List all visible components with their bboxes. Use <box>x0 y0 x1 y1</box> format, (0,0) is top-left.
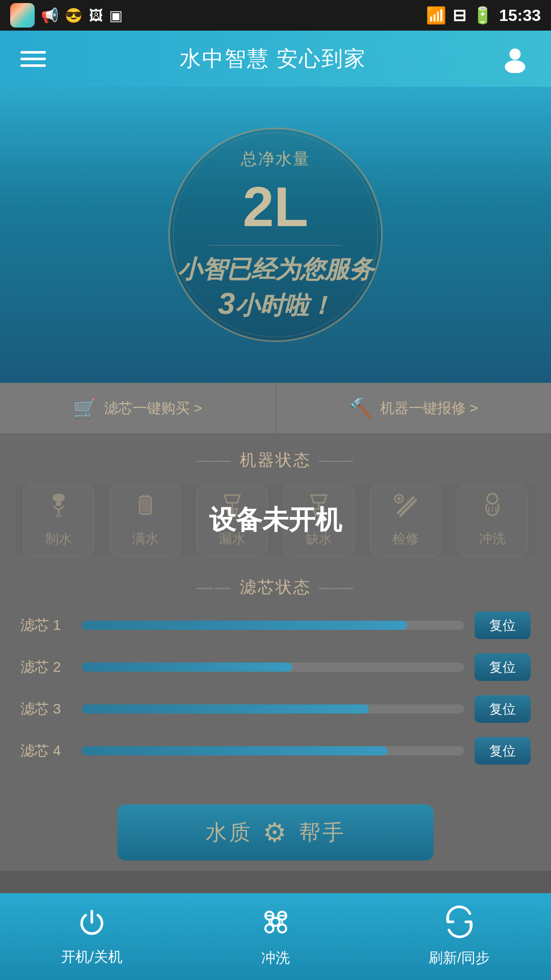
repair-label: 机器一键报修 > <box>380 399 478 418</box>
filter-3-bar-container <box>82 704 464 714</box>
filter-3-reset-button[interactable]: 复位 <box>474 695 531 723</box>
filter-1-bar <box>82 621 407 630</box>
filter-1-reset-button[interactable]: 复位 <box>474 611 531 639</box>
leak-label: 漏水 <box>219 530 245 548</box>
filter-1-bar-container <box>82 621 464 630</box>
svg-rect-6 <box>141 498 149 512</box>
clock: 15:33 <box>499 6 541 25</box>
circle-sub-text: 小智已经为您服务 3小时啦！ <box>178 253 373 322</box>
app-icon <box>10 3 35 28</box>
battery-icon: 🔋 <box>472 6 493 25</box>
refresh-label: 刷新/同步 <box>429 948 490 968</box>
filter-4-reset-button[interactable]: 复位 <box>474 737 531 765</box>
filter-status-title: 滤芯状态 <box>20 576 531 599</box>
nav-power-button[interactable]: 开机/关机 <box>41 907 143 967</box>
machine-status-title: 机器状态 <box>15 449 536 472</box>
circle-divider <box>209 245 342 246</box>
flush-status-icon <box>480 493 505 524</box>
repair-label-icon: 检修 <box>392 530 419 548</box>
status-flush[interactable]: 冲洗 <box>457 484 528 556</box>
status-lack-water[interactable]: 缺水 <box>283 484 355 556</box>
lack-water-icon <box>306 493 332 524</box>
glasses-icon: 😎 <box>65 7 83 24</box>
filter-row-4: 滤芯 4 复位 <box>20 737 531 765</box>
signal-icon: ⊟ <box>453 6 466 25</box>
power-label: 开机/关机 <box>61 947 122 967</box>
menu-button[interactable] <box>20 51 46 67</box>
filter-purchase-label: 滤芯一键购买 > <box>104 399 202 418</box>
full-water-icon <box>133 493 158 524</box>
circle-value: 2L <box>243 176 308 237</box>
water-quality-label2: 帮手 <box>299 818 346 847</box>
status-bar-right: 📶 ⊟ 🔋 15:33 <box>426 6 541 25</box>
status-repair[interactable]: 检修 <box>370 484 441 556</box>
svg-point-2 <box>53 494 65 502</box>
header: 水中智慧 安心到家 <box>0 31 551 87</box>
water-quality-button[interactable]: 水质 ⚙ 帮手 <box>117 804 434 861</box>
filter-4-bar <box>82 746 388 755</box>
status-full-water[interactable]: 满水 <box>110 484 181 556</box>
flush-nav-label: 冲洗 <box>261 948 290 968</box>
lack-water-label: 缺水 <box>306 530 332 548</box>
repair-button[interactable]: 🔨 机器一键报修 > <box>276 383 552 433</box>
svg-rect-3 <box>56 502 61 506</box>
status-icons-container: 设备未开机 制水 <box>15 484 536 556</box>
full-water-label: 满水 <box>132 530 159 548</box>
filter-row-2: 滤芯 2 复位 <box>20 653 531 681</box>
filter-row-1: 滤芯 1 复位 <box>20 611 531 639</box>
svg-point-25 <box>271 918 280 926</box>
status-leak[interactable]: 漏水 <box>196 484 268 556</box>
water-quality-label1: 水质 <box>206 818 253 847</box>
filter-4-bar-container <box>82 746 464 755</box>
make-water-icon <box>46 493 71 524</box>
svg-point-10 <box>230 509 235 514</box>
leak-icon <box>219 493 245 524</box>
status-bar: 📢 😎 🖼 ▣ 📶 ⊟ 🔋 15:33 <box>0 0 551 31</box>
filter-3-bar <box>82 704 369 714</box>
water-quality-section: 水质 ⚙ 帮手 <box>0 794 551 871</box>
flush-status-label: 冲洗 <box>479 530 506 548</box>
status-make-water[interactable]: 制水 <box>23 484 94 556</box>
filter-2-label: 滤芯 2 <box>20 657 71 677</box>
bottom-nav: 开机/关机 冲洗 刷新/同 <box>0 893 551 980</box>
status-bar-left: 📢 😎 🖼 ▣ <box>10 3 122 28</box>
copy-icon: ▣ <box>109 7 122 24</box>
repair-icon <box>393 493 418 524</box>
water-circle: 总净水量 2L 小智已经为您服务 3小时啦！ <box>168 128 383 342</box>
hammer-icon: 🔨 <box>349 397 373 420</box>
nav-flush-button[interactable]: 冲洗 <box>224 905 327 968</box>
refresh-icon <box>443 905 476 943</box>
quick-actions-bar: 🛒 滤芯一键购买 > 🔨 机器一键报修 > <box>0 383 551 434</box>
make-water-label: 制水 <box>45 530 72 548</box>
wifi-icon: 📶 <box>426 6 446 25</box>
circle-label: 总净水量 <box>241 148 310 170</box>
power-icon <box>77 907 107 942</box>
filter-3-label: 滤芯 3 <box>20 699 71 719</box>
flush-nav-icon <box>259 905 292 943</box>
gear-icon: ⚙ <box>263 817 289 848</box>
filter-1-label: 滤芯 1 <box>20 616 71 635</box>
filter-4-label: 滤芯 4 <box>20 741 71 761</box>
svg-point-24 <box>278 924 286 933</box>
filter-2-bar <box>82 663 292 672</box>
app-title: 水中智慧 安心到家 <box>180 44 366 73</box>
machine-status-section: 机器状态 设备未开机 制水 <box>0 434 551 566</box>
filter-2-bar-container <box>82 663 464 672</box>
nav-refresh-button[interactable]: 刷新/同步 <box>408 905 510 968</box>
filter-status-section: 滤芯状态 滤芯 1 复位 滤芯 2 复位 滤芯 3 复位 滤芯 4 复位 <box>0 566 551 794</box>
svg-point-1 <box>505 60 525 73</box>
filter-2-reset-button[interactable]: 复位 <box>474 653 531 681</box>
filter-purchase-button[interactable]: 🛒 滤芯一键购买 > <box>0 383 276 433</box>
hero-section: 总净水量 2L 小智已经为您服务 3小时啦！ <box>0 87 551 383</box>
cart-icon: 🛒 <box>73 397 97 420</box>
filter-row-3: 滤芯 3 复位 <box>20 695 531 723</box>
svg-point-0 <box>510 48 521 60</box>
speaker-icon: 📢 <box>41 7 59 24</box>
svg-point-17 <box>487 494 497 504</box>
image-icon: 🖼 <box>89 7 103 24</box>
user-button[interactable] <box>500 43 531 74</box>
